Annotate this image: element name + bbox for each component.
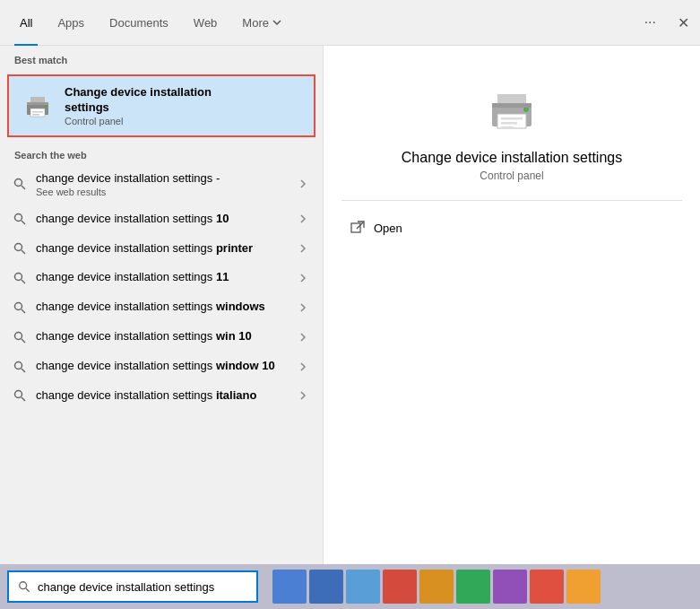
svg-point-33 <box>20 582 27 589</box>
web-result-5[interactable]: change device installation settings win … <box>0 322 323 352</box>
chevron-right-icon-2 <box>296 241 310 256</box>
svg-point-11 <box>15 244 22 251</box>
svg-point-19 <box>15 361 22 369</box>
best-match-item[interactable]: Change device installation settings Cont… <box>7 74 315 137</box>
svg-line-10 <box>22 221 25 224</box>
best-match-label: Best match <box>0 46 323 71</box>
web-result-3[interactable]: change device installation settings 11 <box>0 263 323 292</box>
web-result-4[interactable]: change device installation settings wind… <box>0 292 323 322</box>
svg-line-12 <box>22 250 25 254</box>
svg-rect-25 <box>497 114 526 128</box>
taskbar <box>0 564 700 609</box>
divider <box>341 200 682 201</box>
taskbar-icon-8[interactable] <box>530 570 564 604</box>
best-match-text: Change device installation settings Cont… <box>65 85 212 126</box>
web-result-text-6: change device installation settings wind… <box>36 359 296 374</box>
web-result-text-2: change device installation settings prin… <box>36 241 296 257</box>
chevron-right-icon-1 <box>296 212 310 226</box>
taskbar-icon-area <box>272 570 613 604</box>
app-subtitle-right: Control panel <box>480 170 543 182</box>
web-result-text-0: change device installation settings - Se… <box>36 171 296 197</box>
search-icon-6 <box>13 360 27 374</box>
tab-bar-actions: ··· ✕ <box>641 11 693 35</box>
svg-rect-3 <box>32 111 43 113</box>
web-result-text-3: change device installation settings 11 <box>36 270 296 285</box>
search-window: All Apps Documents Web More ··· ✕ <box>0 0 700 609</box>
close-button[interactable]: ✕ <box>674 11 693 35</box>
web-result-0[interactable]: change device installation settings - Se… <box>0 164 323 204</box>
taskbar-icon-4[interactable] <box>383 570 417 604</box>
svg-point-7 <box>15 179 22 187</box>
chevron-right-icon-5 <box>296 330 310 344</box>
web-result-text-4: change device installation settings wind… <box>36 300 296 315</box>
chevron-right-icon-6 <box>296 360 310 374</box>
tab-more[interactable]: More <box>229 0 294 46</box>
tab-web[interactable]: Web <box>181 0 230 46</box>
svg-line-14 <box>22 280 25 283</box>
svg-rect-6 <box>27 102 48 105</box>
best-match-title: Change device installation settings <box>65 85 212 116</box>
svg-rect-31 <box>351 223 360 232</box>
open-icon <box>350 221 365 235</box>
svg-rect-4 <box>32 114 39 116</box>
web-result-text-5: change device installation settings win … <box>36 329 296 344</box>
device-settings-icon <box>22 90 54 122</box>
open-action[interactable]: Open <box>341 215 682 240</box>
search-icon-4 <box>13 300 27 315</box>
search-icon-2 <box>13 241 27 256</box>
taskbar-icon-6[interactable] <box>456 570 490 604</box>
search-box-icon <box>18 580 30 593</box>
taskbar-icon-3[interactable] <box>346 570 380 604</box>
printer-large-icon <box>483 82 540 139</box>
svg-rect-28 <box>501 126 514 129</box>
open-label: Open <box>374 222 402 235</box>
app-icon-large <box>483 82 540 139</box>
more-options-button[interactable]: ··· <box>641 11 660 34</box>
svg-line-18 <box>22 339 25 343</box>
svg-point-9 <box>15 214 22 222</box>
chevron-right-icon-0 <box>296 177 310 191</box>
svg-line-22 <box>22 397 25 401</box>
svg-point-21 <box>15 391 22 398</box>
search-icon-0 <box>13 177 27 191</box>
web-result-2[interactable]: change device installation settings prin… <box>0 234 323 264</box>
search-icon-7 <box>13 388 27 403</box>
chevron-right-icon-3 <box>296 271 310 285</box>
main-area: Best match <box>0 46 700 564</box>
taskbar-icon-7[interactable] <box>493 570 527 604</box>
tab-documents[interactable]: Documents <box>97 0 181 46</box>
svg-point-17 <box>15 332 22 339</box>
printer-icon <box>22 90 54 122</box>
taskbar-icon-5[interactable] <box>419 570 454 604</box>
tab-apps[interactable]: Apps <box>45 0 97 46</box>
svg-rect-30 <box>492 103 531 108</box>
svg-point-13 <box>15 273 22 280</box>
search-icon-5 <box>13 330 27 344</box>
right-panel: Change device installation settings Cont… <box>323 46 700 564</box>
svg-line-16 <box>22 309 25 313</box>
web-result-7[interactable]: change device installation settings ital… <box>0 381 323 411</box>
search-input[interactable] <box>38 580 247 594</box>
svg-point-15 <box>15 302 22 309</box>
svg-line-34 <box>26 588 30 592</box>
taskbar-icon-2[interactable] <box>309 570 343 604</box>
app-title-right: Change device installation settings <box>402 150 622 166</box>
web-result-1[interactable]: change device installation settings 10 <box>0 204 323 234</box>
taskbar-icon-9[interactable] <box>566 570 601 604</box>
tab-bar: All Apps Documents Web More ··· ✕ <box>0 0 700 46</box>
web-result-text-1: change device installation settings 10 <box>36 212 296 227</box>
search-box[interactable] <box>7 570 258 603</box>
tab-all[interactable]: All <box>7 0 45 46</box>
web-search-label: Search the web <box>0 141 323 164</box>
left-panel: Best match <box>0 46 323 564</box>
chevron-right-icon-4 <box>296 300 310 315</box>
svg-rect-27 <box>501 122 517 125</box>
svg-rect-26 <box>501 117 523 120</box>
best-match-subtitle: Control panel <box>65 116 212 126</box>
search-icon-3 <box>13 271 27 285</box>
chevron-right-icon-7 <box>296 388 310 403</box>
svg-line-20 <box>22 369 25 372</box>
web-result-6[interactable]: change device installation settings wind… <box>0 352 323 381</box>
taskbar-icon-1[interactable] <box>272 570 307 604</box>
web-result-text-7: change device installation settings ital… <box>36 388 296 404</box>
